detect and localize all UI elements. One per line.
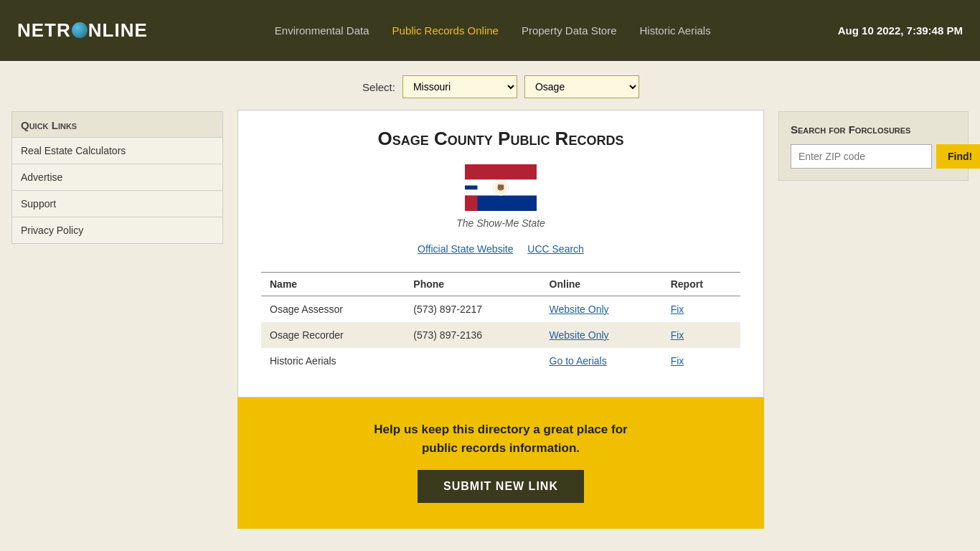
row-online: Website Only bbox=[541, 322, 662, 348]
county-select[interactable]: Osage bbox=[524, 75, 639, 98]
find-button[interactable]: Find! bbox=[936, 144, 980, 169]
select-label: Select: bbox=[362, 81, 395, 93]
row-report: Fix bbox=[662, 348, 740, 374]
col-name: Name bbox=[261, 273, 405, 296]
svg-rect-7 bbox=[465, 190, 478, 196]
page-title: Osage County Public Records bbox=[261, 128, 740, 150]
website-only-link-1[interactable]: Website Only bbox=[550, 303, 609, 315]
row-report: Fix bbox=[662, 296, 740, 323]
sidebar: Quick Links Real Estate Calculators Adve… bbox=[11, 111, 223, 529]
nav-environmental-data[interactable]: Environmental Data bbox=[275, 24, 369, 37]
zip-row: Find! bbox=[791, 144, 956, 169]
svg-rect-6 bbox=[465, 186, 478, 190]
row-online: Go to Aerials bbox=[541, 348, 662, 374]
state-nickname: The Show-Me State bbox=[261, 217, 740, 229]
svg-rect-8 bbox=[465, 196, 478, 212]
logo-text-after: NLINE bbox=[88, 19, 148, 42]
flag-container: 🐻 bbox=[261, 164, 740, 213]
fix-link-1[interactable]: Fix bbox=[671, 303, 684, 315]
row-name: Osage Assessor bbox=[261, 296, 405, 323]
go-to-aerials-link[interactable]: Go to Aerials bbox=[550, 355, 607, 367]
foreclosure-title: Search for Forclosures bbox=[791, 123, 956, 136]
nav-property-data-store[interactable]: Property Data Store bbox=[522, 24, 617, 37]
datetime: Aug 10 2022, 7:39:48 PM bbox=[838, 24, 963, 37]
row-phone: (573) 897-2217 bbox=[405, 296, 540, 323]
sidebar-item-support[interactable]: Support bbox=[11, 190, 223, 217]
table-row: Historic Aerials Go to Aerials Fix bbox=[261, 348, 740, 374]
col-online: Online bbox=[541, 273, 662, 296]
row-report: Fix bbox=[662, 322, 740, 348]
col-report: Report bbox=[662, 273, 740, 296]
header: NETRNLINE Environmental Data Public Reco… bbox=[0, 0, 980, 61]
col-phone: Phone bbox=[405, 273, 540, 296]
select-row: Select: Missouri Osage bbox=[237, 75, 764, 98]
state-links: Official State Website UCC Search bbox=[261, 243, 740, 255]
submit-new-link-button[interactable]: SUBMIT NEW LINK bbox=[418, 470, 584, 503]
cta-box: Help us keep this directory a great plac… bbox=[237, 397, 764, 529]
zip-input[interactable] bbox=[791, 144, 932, 169]
nav-historic-aerials[interactable]: Historic Aerials bbox=[640, 24, 711, 37]
logo: NETRNLINE bbox=[17, 19, 148, 42]
website-only-link-2[interactable]: Website Only bbox=[550, 329, 609, 341]
fix-link-3[interactable]: Fix bbox=[671, 355, 684, 367]
sidebar-item-privacy[interactable]: Privacy Policy bbox=[11, 217, 223, 244]
table-row: Osage Assessor (573) 897-2217 Website On… bbox=[261, 296, 740, 323]
logo-text-before: NETR bbox=[17, 19, 71, 42]
fix-link-2[interactable]: Fix bbox=[671, 329, 684, 341]
svg-rect-5 bbox=[465, 180, 478, 186]
row-name: Osage Recorder bbox=[261, 322, 405, 348]
row-phone bbox=[405, 348, 540, 374]
official-state-website-link[interactable]: Official State Website bbox=[418, 243, 513, 255]
svg-text:🐻: 🐻 bbox=[497, 184, 504, 191]
sidebar-item-real-estate[interactable]: Real Estate Calculators bbox=[11, 137, 223, 164]
records-table: Name Phone Online Report Osage Assessor … bbox=[261, 272, 740, 374]
sidebar-item-advertise[interactable]: Advertise bbox=[11, 164, 223, 190]
state-select[interactable]: Missouri bbox=[402, 75, 517, 98]
row-phone: (573) 897-2136 bbox=[405, 322, 540, 348]
quick-links-title: Quick Links bbox=[11, 111, 223, 137]
ucc-search-link[interactable]: UCC Search bbox=[527, 243, 584, 255]
main-nav: Environmental Data Public Records Online… bbox=[275, 24, 711, 37]
globe-icon bbox=[72, 22, 88, 38]
main-content: Select: Missouri Osage Osage County Publ… bbox=[223, 75, 778, 529]
right-panel: Search for Forclosures Find! bbox=[778, 111, 969, 529]
row-online: Website Only bbox=[541, 296, 662, 323]
missouri-flag: 🐻 bbox=[465, 164, 537, 211]
svg-rect-4 bbox=[465, 164, 478, 180]
content-box: Osage County Public Records bbox=[237, 110, 764, 397]
nav-public-records-online[interactable]: Public Records Online bbox=[392, 24, 499, 37]
table-row: Osage Recorder (573) 897-2136 Website On… bbox=[261, 322, 740, 348]
cta-text: Help us keep this directory a great plac… bbox=[255, 420, 747, 457]
row-name: Historic Aerials bbox=[261, 348, 405, 374]
foreclosure-box: Search for Forclosures Find! bbox=[778, 111, 969, 181]
